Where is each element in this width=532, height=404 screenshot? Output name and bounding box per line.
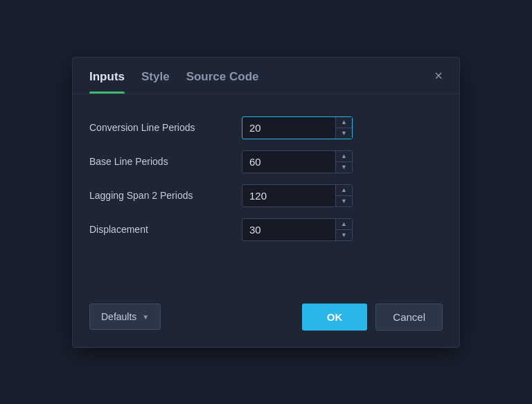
tab-source-code[interactable]: Source Code <box>186 70 259 94</box>
field-row-lagging-span-2-periods: Lagging Span 2 Periods ▲ ▼ <box>89 184 443 207</box>
defaults-button[interactable]: Defaults ▼ <box>89 304 161 330</box>
field-row-base-line-periods: Base Line Periods ▲ ▼ <box>89 150 443 173</box>
label-conversion-line-periods: Conversion Line Periods <box>89 122 242 133</box>
defaults-label: Defaults <box>101 311 136 322</box>
tab-list: Inputs Style Source Code <box>89 70 259 94</box>
dialog-body: Conversion Line Periods ▲ ▼ Base Line Pe… <box>73 94 459 292</box>
spinner-base-line-periods: ▲ ▼ <box>335 151 352 173</box>
label-displacement: Displacement <box>89 224 242 235</box>
decrement-conversion-line-periods[interactable]: ▼ <box>336 128 352 139</box>
input-wrapper-base-line-periods: ▲ ▼ <box>242 150 353 173</box>
conversion-line-periods-input[interactable] <box>242 117 335 139</box>
increment-lagging-span-2-periods[interactable]: ▲ <box>336 185 352 196</box>
increment-conversion-line-periods[interactable]: ▲ <box>336 117 352 128</box>
increment-base-line-periods[interactable]: ▲ <box>336 151 352 162</box>
ok-button[interactable]: OK <box>302 304 368 331</box>
tab-style[interactable]: Style <box>141 70 170 94</box>
decrement-base-line-periods[interactable]: ▼ <box>336 162 352 173</box>
dialog-footer: Defaults ▼ OK Cancel <box>73 292 459 347</box>
close-button[interactable]: × <box>430 67 447 84</box>
field-row-conversion-line-periods: Conversion Line Periods ▲ ▼ <box>89 116 443 139</box>
tab-inputs[interactable]: Inputs <box>89 70 125 94</box>
dialog-header: Inputs Style Source Code × <box>73 58 459 94</box>
input-wrapper-lagging-span-2-periods: ▲ ▼ <box>242 184 353 207</box>
decrement-lagging-span-2-periods[interactable]: ▼ <box>336 196 352 207</box>
displacement-input[interactable] <box>242 219 335 240</box>
settings-dialog: Inputs Style Source Code × Conversion Li… <box>72 57 460 348</box>
action-buttons: OK Cancel <box>302 304 443 331</box>
base-line-periods-input[interactable] <box>242 151 335 173</box>
spinner-lagging-span-2-periods: ▲ ▼ <box>335 185 352 207</box>
increment-displacement[interactable]: ▲ <box>336 219 352 230</box>
lagging-span-2-periods-input[interactable] <box>242 185 335 207</box>
spinner-displacement: ▲ ▼ <box>335 219 352 240</box>
spinner-conversion-line-periods: ▲ ▼ <box>335 117 352 139</box>
decrement-displacement[interactable]: ▼ <box>336 230 352 240</box>
field-row-displacement: Displacement ▲ ▼ <box>89 218 443 241</box>
label-lagging-span-2-periods: Lagging Span 2 Periods <box>89 190 242 201</box>
cancel-button[interactable]: Cancel <box>375 304 443 331</box>
input-wrapper-conversion-line-periods: ▲ ▼ <box>242 116 353 139</box>
defaults-arrow-icon: ▼ <box>142 313 149 321</box>
input-wrapper-displacement: ▲ ▼ <box>242 218 353 241</box>
label-base-line-periods: Base Line Periods <box>89 156 242 167</box>
